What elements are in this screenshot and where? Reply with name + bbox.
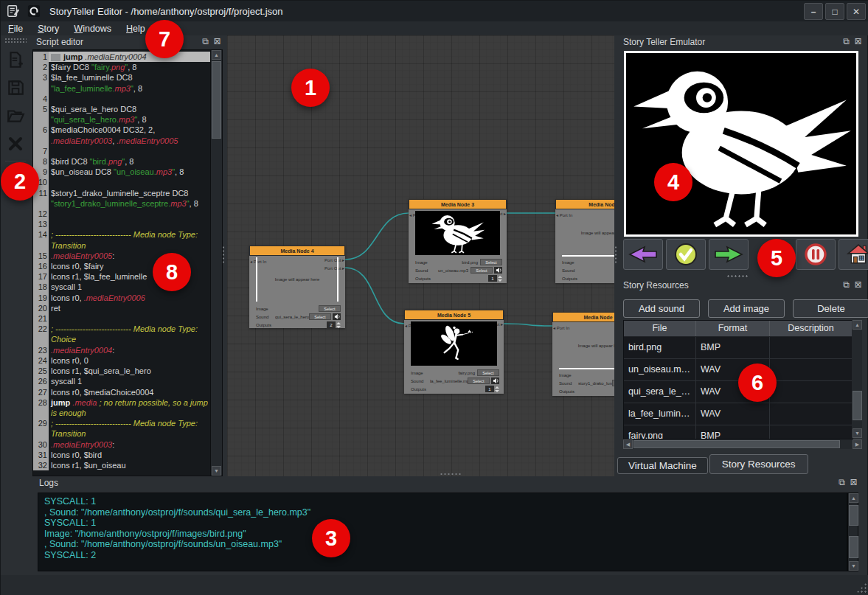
float-panel-icon[interactable]: ⧉ (838, 477, 847, 487)
code-line[interactable]: 31lcons r0, $bird (33, 450, 210, 460)
splitter-dots[interactable] (614, 246, 617, 265)
code-line[interactable]: 24lcons r0, 0 (33, 355, 210, 366)
scrollbar-thumb[interactable] (849, 505, 858, 526)
media-node[interactable]: Media Node 6◂ Port InImage will appear h… (552, 312, 614, 396)
select-button[interactable]: Select (480, 259, 502, 265)
code-line[interactable]: 7 (33, 146, 210, 156)
code-line[interactable]: 20ret (33, 303, 210, 313)
close-project-button[interactable] (4, 133, 27, 155)
media-node[interactable]: Media Node 3◂ Port InPort Out ▸Imagebird… (409, 199, 507, 283)
table-row[interactable]: la_fee_luminelle.mp3WAV (624, 403, 853, 425)
minimize-button[interactable]: – (804, 3, 823, 20)
select-button[interactable]: Select (612, 380, 614, 386)
code-line[interactable]: 11$story1_drako_luminelle_sceptre DC8 "s… (33, 188, 210, 209)
close-panel-icon[interactable]: ⊠ (850, 477, 859, 487)
code-line[interactable]: 19lcons r0, .mediaEntry0006 (33, 293, 210, 303)
close-panel-icon[interactable]: ⊠ (854, 279, 864, 289)
open-button[interactable] (4, 105, 27, 127)
scroll-down-icon[interactable]: ▼ (849, 561, 858, 571)
scrollbar-thumb[interactable] (212, 61, 221, 139)
code-line[interactable]: 28jump .media ; no return possible, so a… (33, 397, 210, 418)
code-line[interactable]: 27lcons r0, $mediaChoice0004 (33, 387, 210, 397)
table-horizontal-scrollbar[interactable]: ◀ ▶ (623, 439, 862, 449)
media-node[interactable]: Media Node 5◂ Port InPort Out ▸Imagefair… (404, 310, 504, 394)
stepper-up-icon[interactable] (495, 386, 499, 389)
close-panel-icon[interactable]: ⊠ (213, 36, 223, 46)
stepper-arrows[interactable] (495, 386, 499, 393)
close-button[interactable]: ✕ (847, 3, 866, 20)
code-line[interactable]: 2$fairy DC8 "fairy.png", 8 (33, 62, 210, 72)
scroll-down-icon[interactable]: ▼ (853, 428, 862, 438)
scroll-up-icon[interactable]: ▲ (853, 320, 862, 330)
column-header[interactable]: Format (696, 321, 770, 336)
select-button[interactable]: Select (477, 369, 499, 376)
stepper-up-icon[interactable] (498, 276, 502, 278)
code-editor[interactable]: 1jump .mediaEntry00042$fairy DC8 "fairy.… (32, 49, 223, 476)
scroll-up-icon[interactable]: ▲ (849, 493, 858, 503)
add-sound-button[interactable]: Add sound (623, 299, 700, 318)
float-panel-icon[interactable]: ⧉ (201, 36, 211, 46)
code-line[interactable]: 10 (33, 177, 210, 187)
code-line[interactable]: 4 (33, 94, 210, 104)
table-row[interactable]: fairy.pngBMP (624, 425, 853, 439)
speaker-icon[interactable] (333, 313, 341, 320)
code-line[interactable]: 23.mediaEntry0004: (33, 345, 210, 355)
code-line[interactable]: 21 (33, 313, 210, 324)
outputs-stepper[interactable]: 1 (485, 386, 499, 393)
outputs-stepper[interactable]: 2 (327, 321, 341, 329)
menu-story[interactable]: Story (30, 23, 66, 35)
scrollbar-thumb[interactable] (849, 536, 858, 558)
scroll-left-icon[interactable]: ◀ (623, 439, 633, 449)
scroll-down-icon[interactable]: ▼ (212, 466, 221, 476)
editor-scrollbar[interactable]: ▲ ▼ (210, 50, 222, 476)
scrollbar-thumb[interactable] (633, 440, 840, 448)
close-panel-icon[interactable]: ⊠ (854, 36, 864, 46)
select-button[interactable]: Select (471, 267, 493, 274)
home-button[interactable] (839, 239, 868, 270)
pause-button[interactable] (796, 239, 836, 270)
new-file-button[interactable] (4, 49, 27, 71)
toolbar-drag-handle[interactable] (4, 38, 27, 43)
select-button[interactable]: Select (468, 377, 490, 384)
float-panel-icon[interactable]: ⧉ (842, 36, 852, 46)
code-line[interactable]: 22; ---------------------------- Media n… (33, 324, 210, 344)
logs-scrollbar[interactable]: ▲ ▼ (847, 493, 858, 571)
code-line[interactable]: 8$bird DC8 "bird.png", 8 (33, 156, 210, 167)
stepper-arrows[interactable] (336, 321, 341, 329)
back-button[interactable] (623, 239, 663, 270)
code-line[interactable]: 6$mediaChoice0004 DC32, 2, .mediaEntry00… (33, 125, 210, 145)
code-line[interactable]: 32lcons r1, $un_oiseau (33, 460, 210, 470)
outputs-stepper[interactable]: 1 (488, 275, 502, 282)
code-line[interactable]: 26syscall 1 (33, 376, 210, 386)
media-node[interactable]: Media Node◂ Port InImage will appear her… (555, 199, 614, 283)
media-node[interactable]: Media Node 4◂ Port InPort Out ▸Port Out … (249, 246, 345, 328)
code-line[interactable]: 5$qui_sera_le_hero DC8 "qui_sera_le_hero… (33, 104, 210, 125)
code-line[interactable]: 13 (33, 219, 210, 229)
select-button[interactable]: Select (309, 313, 331, 320)
code-line[interactable]: 30.mediaEntry0003: (33, 439, 210, 450)
stepper-arrows[interactable] (498, 275, 502, 282)
menu-file[interactable]: File (1, 23, 30, 35)
next-button[interactable] (709, 239, 749, 270)
stepper-down-icon[interactable] (336, 326, 341, 328)
splitter-dots[interactable] (440, 473, 462, 476)
select-button[interactable]: Select (319, 305, 341, 312)
splitter-dots[interactable] (222, 246, 225, 265)
menu-windows[interactable]: Windows (66, 23, 119, 35)
node-graph-canvas[interactable]: Media Node 4◂ Port InPort Out ▸Port Out … (227, 35, 614, 476)
add-image-button[interactable]: Add image (708, 299, 785, 318)
scrollbar-thumb[interactable] (853, 391, 862, 420)
ok-button[interactable] (666, 239, 706, 270)
delete-button[interactable]: Delete (793, 299, 868, 318)
resize-grip[interactable] (856, 582, 867, 593)
maximize-button[interactable]: □ (825, 3, 844, 20)
table-vertical-scrollbar[interactable]: ▲ ▼ (852, 320, 862, 438)
tab-virtual-machine[interactable]: Virtual Machine (617, 457, 708, 474)
stepper-down-icon[interactable] (498, 279, 502, 282)
table-row[interactable]: bird.pngBMP (624, 337, 853, 359)
column-header[interactable]: File (624, 321, 696, 336)
code-line[interactable]: 14; ---------------------------- Media n… (33, 229, 210, 250)
speaker-icon[interactable] (494, 267, 502, 274)
speaker-icon[interactable] (491, 377, 499, 384)
stepper-up-icon[interactable] (336, 322, 341, 324)
